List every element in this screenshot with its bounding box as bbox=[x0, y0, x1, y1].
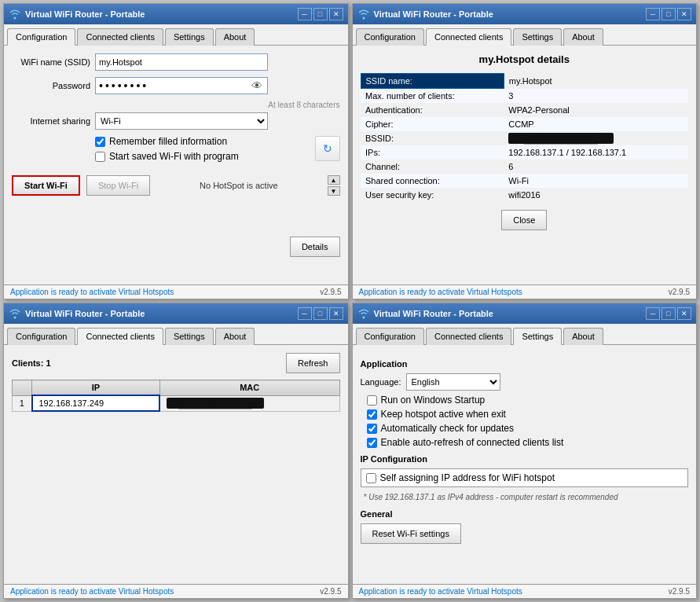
title-bar-2: Virtual WiFi Router - Portable ─ □ ✕ bbox=[353, 4, 697, 24]
no-hotspot-text: No HotSpot is active bbox=[156, 181, 321, 190]
password-toggle-btn[interactable]: 👁 bbox=[250, 79, 264, 92]
cb1-checkbox[interactable] bbox=[95, 137, 105, 147]
start-wifi-btn[interactable]: Start Wi-Fi bbox=[12, 175, 80, 196]
ip-cb-checkbox[interactable] bbox=[366, 473, 376, 483]
maximize-btn-4[interactable]: □ bbox=[662, 307, 676, 320]
details-btn[interactable]: Details bbox=[290, 237, 340, 257]
status-bar-2: Application is ready to activate Virtual… bbox=[353, 284, 697, 299]
tab-about-4[interactable]: About bbox=[563, 328, 603, 345]
close-btn-2[interactable]: ✕ bbox=[677, 8, 691, 20]
reset-wifi-btn[interactable]: Reset Wi-Fi settings bbox=[361, 523, 461, 544]
ip-hint-text: * Use 192.168.137.1 as IPv4 address - co… bbox=[364, 492, 689, 503]
maximize-btn-3[interactable]: □ bbox=[313, 307, 328, 320]
keep-active-label: Keep hotspot active when exit bbox=[381, 409, 506, 420]
tab-clients-1[interactable]: Connected clients bbox=[77, 28, 163, 46]
version-2: v2.9.5 bbox=[669, 288, 690, 296]
close-btn-1[interactable]: ✕ bbox=[329, 8, 343, 20]
tab-bar-1: Configuration Connected clients Settings… bbox=[4, 24, 348, 46]
sharing-select[interactable]: Wi-Fi Ethernet bbox=[95, 112, 268, 130]
run-startup-checkbox[interactable] bbox=[367, 395, 377, 406]
title-bar-left-4: Virtual WiFi Router - Portable bbox=[357, 307, 494, 320]
table-row: BSSID: ████████████ bbox=[361, 131, 688, 145]
close-btn-4[interactable]: ✕ bbox=[677, 307, 691, 320]
auto-check-row: Automatically check for updates bbox=[367, 423, 689, 434]
cb2-row: Start saved Wi-Fi with program bbox=[95, 151, 310, 162]
tab-clients-4[interactable]: Connected clients bbox=[426, 328, 511, 345]
detail-label-5: IPs: bbox=[361, 145, 504, 160]
detail-value-4: ████████████ bbox=[504, 131, 688, 145]
detail-value-1: 3 bbox=[504, 89, 688, 104]
title-text-3: Virtual WiFi Router - Portable bbox=[25, 309, 145, 318]
keep-active-row: Keep hotspot active when exit bbox=[367, 409, 689, 420]
status-bar-3: Application is ready to activate Virtual… bbox=[4, 584, 348, 598]
minimize-btn-4[interactable]: ─ bbox=[646, 307, 660, 320]
lang-select[interactable]: English Russian German French bbox=[406, 373, 500, 391]
maximize-btn-2[interactable]: □ bbox=[662, 8, 676, 20]
tab-settings-2[interactable]: Settings bbox=[513, 28, 562, 46]
tab-about-1[interactable]: About bbox=[215, 28, 255, 46]
table-row: 1 192.168.137.249 ████████████ bbox=[13, 395, 340, 411]
lang-label: Language: bbox=[361, 377, 401, 387]
tab-about-3[interactable]: About bbox=[215, 328, 255, 345]
ssid-input[interactable] bbox=[95, 53, 268, 71]
detail-label-3: Cipher: bbox=[361, 117, 504, 131]
password-hint: At least 8 characters bbox=[12, 101, 340, 109]
title-bar-left-2: Virtual WiFi Router - Portable bbox=[357, 8, 494, 20]
detail-label-8: User security key: bbox=[361, 188, 504, 202]
wifi-icon-2 bbox=[357, 8, 370, 20]
maximize-btn-1[interactable]: □ bbox=[313, 8, 328, 20]
table-row: User security key: wifi2016 bbox=[361, 188, 688, 202]
password-label: Password bbox=[12, 81, 90, 90]
cb1-label: Remember filled information bbox=[109, 136, 227, 147]
auto-check-checkbox[interactable] bbox=[367, 424, 377, 434]
stop-wifi-btn[interactable]: Stop Wi-Fi bbox=[86, 175, 150, 196]
auto-check-label: Automatically check for updates bbox=[381, 423, 514, 434]
table-row: Cipher: CCMP bbox=[361, 117, 688, 131]
title-controls-3: ─ □ ✕ bbox=[298, 307, 343, 320]
password-row: Password •••••••• 👁 bbox=[12, 77, 340, 94]
window-3: Virtual WiFi Router - Portable ─ □ ✕ Con… bbox=[3, 303, 349, 599]
detail-label-2: Authentication: bbox=[361, 103, 504, 117]
minimize-btn-3[interactable]: ─ bbox=[298, 307, 312, 320]
wifi-icon-4 bbox=[357, 307, 370, 320]
tab-configuration-1[interactable]: Configuration bbox=[7, 28, 75, 46]
table-row: Channel: 6 bbox=[361, 160, 688, 174]
tab-settings-4[interactable]: Settings bbox=[513, 328, 562, 345]
tab-configuration-3[interactable]: Configuration bbox=[7, 328, 75, 345]
col-mac-header: MAC bbox=[159, 380, 339, 396]
tab-clients-2[interactable]: Connected clients bbox=[426, 28, 511, 46]
keep-active-checkbox[interactable] bbox=[367, 409, 377, 420]
tab-settings-3[interactable]: Settings bbox=[165, 328, 214, 345]
clients-count: Clients: 1 bbox=[12, 358, 51, 368]
tab-settings-1[interactable]: Settings bbox=[165, 28, 214, 46]
title-text-1: Virtual WiFi Router - Portable bbox=[25, 9, 145, 19]
detail-value-2: WPA2-Personal bbox=[504, 103, 688, 117]
refresh-icon-btn[interactable]: ↻ bbox=[315, 136, 340, 161]
scroll-down-btn[interactable]: ▼ bbox=[328, 186, 340, 196]
close-btn-3[interactable]: ✕ bbox=[329, 307, 343, 320]
cb2-checkbox[interactable] bbox=[95, 152, 105, 162]
detail-value-8: wifi2016 bbox=[504, 188, 688, 202]
wifi-icon-1 bbox=[9, 8, 21, 20]
title-controls-1: ─ □ ✕ bbox=[298, 8, 343, 20]
clients-header-row: IP MAC bbox=[13, 380, 340, 396]
scroll-up-btn[interactable]: ▲ bbox=[328, 175, 340, 185]
refresh-btn[interactable]: Refresh bbox=[286, 353, 340, 373]
content-1: WiFi name (SSID) Password •••••••• 👁 At … bbox=[4, 46, 348, 284]
title-text-2: Virtual WiFi Router - Portable bbox=[374, 9, 494, 19]
close-details-btn[interactable]: Close bbox=[501, 210, 547, 230]
ip-cb-row: Self assigning IP address for WiFi hotsp… bbox=[361, 468, 689, 487]
tab-configuration-4[interactable]: Configuration bbox=[356, 328, 424, 345]
general-section: General Reset Wi-Fi settings bbox=[361, 509, 689, 544]
general-section-title: General bbox=[361, 509, 689, 519]
minimize-btn-1[interactable]: ─ bbox=[298, 8, 312, 20]
detail-label-0: SSID name: bbox=[361, 74, 504, 89]
minimize-btn-2[interactable]: ─ bbox=[646, 8, 660, 20]
auto-refresh-row: Enable auto-refresh of connected clients… bbox=[367, 437, 689, 448]
tab-about-2[interactable]: About bbox=[563, 28, 603, 46]
ssid-label: WiFi name (SSID) bbox=[12, 57, 90, 67]
tab-clients-3[interactable]: Connected clients bbox=[77, 328, 163, 345]
auto-refresh-checkbox[interactable] bbox=[367, 438, 377, 448]
sharing-label: Internet sharing bbox=[12, 116, 90, 126]
tab-configuration-2[interactable]: Configuration bbox=[356, 28, 424, 46]
